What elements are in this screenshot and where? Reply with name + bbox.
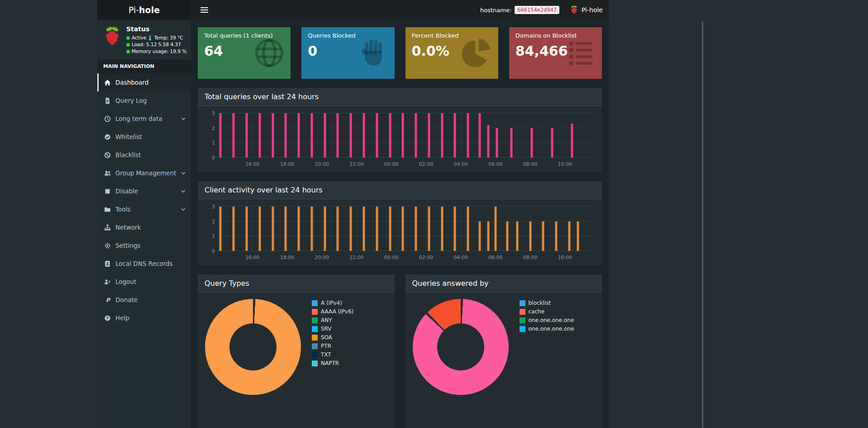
- legend-label: blocklist: [529, 300, 551, 306]
- legend-swatch: [312, 309, 318, 315]
- main-content: Total queries (1 clients)64Queries Block…: [191, 20, 609, 428]
- queries-over-time-chart[interactable]: 012316:0018:0020:0022:0000:0002:0004:000…: [204, 110, 596, 168]
- total-queries-panel: Total queries over last 24 hours 012316:…: [198, 88, 602, 172]
- browser-window: Pi-hole hostname: 666154e2d947 Pi-hole S…: [97, 0, 609, 428]
- queries-answered-by-chart[interactable]: blocklistcacheone.one.one.oneone.one.one…: [405, 293, 602, 428]
- sitemap-icon: [104, 224, 111, 231]
- chart-bar: [233, 207, 235, 251]
- card-percent-blocked[interactable]: Percent Blocked0.0%: [405, 27, 498, 79]
- sidebar-item-settings[interactable]: Settings: [97, 236, 191, 255]
- sidebar-item-dashboard[interactable]: Dashboard: [97, 73, 191, 91]
- chart-bar: [272, 113, 274, 158]
- x-axis-label: 08:00: [523, 255, 538, 260]
- desktop-background: Pi-hole hostname: 666154e2d947 Pi-hole S…: [0, 0, 868, 428]
- query-types-chart[interactable]: A (IPv4)AAAA (IPv6)ANYSRVSOAPTRTXTNAPTR: [198, 293, 395, 428]
- brand-logo[interactable]: Pi-hole: [97, 0, 191, 20]
- status-panel: Status Active Temp: 39 °C Load: 5.12 5.5…: [97, 20, 191, 59]
- gridline-vertical: [253, 207, 253, 251]
- sidebar-item-donate[interactable]: PDonate: [97, 291, 191, 309]
- summary-cards-row: Total queries (1 clients)64Queries Block…: [198, 27, 602, 79]
- sidebar-item-whitelist[interactable]: Whitelist: [97, 128, 191, 146]
- chart-bar: [310, 113, 313, 158]
- sidebar-item-label: Whitelist: [115, 133, 142, 140]
- bar-plot: 012316:0018:0020:0022:0000:0002:0004:000…: [218, 207, 591, 251]
- chart-bar: [324, 113, 326, 158]
- gridline-vertical: [426, 113, 426, 158]
- legend-swatch: [312, 352, 318, 358]
- legend-label: SRV: [321, 326, 332, 332]
- card-title: Queries Blocked: [308, 32, 388, 39]
- x-axis-label: 22:00: [349, 161, 364, 167]
- x-axis-label: 20:00: [315, 161, 329, 167]
- sidebar-toggle-icon[interactable]: [197, 3, 212, 17]
- chart-bar: [362, 113, 365, 158]
- status-active-dot: [126, 36, 130, 40]
- chart-bar: [402, 113, 404, 158]
- sidebar-item-group-management[interactable]: Group Management: [97, 164, 191, 182]
- chart-bar: [496, 128, 498, 158]
- hostname-value: 666154e2d947: [515, 6, 559, 14]
- card-title: Percent Blocked: [412, 32, 492, 39]
- y-axis-label: 1: [204, 233, 215, 239]
- status-memory-dot: [126, 50, 130, 53]
- sidebar-item-disable[interactable]: Disable: [97, 182, 191, 200]
- panel-title: Queries answered by: [405, 274, 602, 293]
- chart-bar: [551, 128, 553, 158]
- sidebar-item-label: Local DNS Records: [115, 260, 172, 267]
- clock-icon: [104, 115, 111, 122]
- vertical-scrollbar[interactable]: [702, 21, 703, 428]
- client-activity-chart[interactable]: 012316:0018:0020:0022:0000:0002:0004:000…: [204, 203, 596, 262]
- chevron-down-icon: [181, 190, 186, 193]
- legend-swatch: [520, 326, 525, 332]
- thermometer-icon: [148, 35, 152, 41]
- card-queries-blocked[interactable]: Queries Blocked0: [301, 27, 394, 79]
- sidebar-item-long-term-data[interactable]: Long term data: [97, 110, 191, 128]
- chart-bar: [571, 124, 573, 158]
- gridline-vertical: [391, 207, 392, 251]
- legend-swatch: [520, 309, 525, 315]
- chart-bar: [350, 207, 352, 251]
- legend-label: one.one.one.one: [529, 326, 574, 332]
- chart-legend: blocklistcacheone.one.one.oneone.one.one…: [520, 300, 574, 334]
- chart-bar: [428, 113, 430, 158]
- legend-label: A (IPv4): [321, 300, 342, 306]
- sidebar: Status Active Temp: 39 °C Load: 5.12 5.5…: [97, 20, 191, 428]
- x-axis-label: 00:00: [384, 161, 399, 167]
- legend-item: one.one.one.one: [520, 317, 574, 323]
- chart-bar: [577, 221, 579, 251]
- sidebar-item-tools[interactable]: Tools: [97, 200, 191, 218]
- card-total-queries-1-clients[interactable]: Total queries (1 clients)64: [198, 27, 291, 79]
- x-axis-label: 16:00: [245, 255, 260, 260]
- chart-bar: [402, 207, 404, 251]
- chart-bar: [454, 207, 456, 251]
- x-axis-label: 16:00: [245, 161, 260, 167]
- stop-square-icon: [104, 188, 111, 195]
- sidebar-item-network[interactable]: Network: [97, 218, 191, 236]
- card-domains-on-blocklist[interactable]: Domains on Blocklist84,466: [509, 27, 602, 79]
- sidebar-item-help[interactable]: ?Help: [97, 309, 191, 327]
- sidebar-item-logout[interactable]: Logout: [97, 273, 191, 291]
- sidebar-item-blacklist[interactable]: Blacklist: [97, 146, 191, 164]
- client-activity-panel: Client activity over last 24 hours 01231…: [198, 181, 602, 265]
- x-axis-label: 04:00: [453, 161, 468, 167]
- legend-swatch: [312, 300, 318, 306]
- chart-bar: [298, 113, 300, 158]
- legend-swatch: [312, 361, 318, 366]
- gridline-vertical: [391, 113, 392, 158]
- y-axis-label: 1: [204, 140, 215, 146]
- chart-bar: [350, 113, 352, 158]
- legend-item: NAPTR: [312, 360, 354, 366]
- x-axis-label: 04:00: [453, 255, 468, 260]
- svg-text:P: P: [106, 297, 111, 303]
- hostname-label: hostname:: [480, 7, 511, 14]
- gridline-vertical: [461, 207, 461, 251]
- sidebar-item-query-log[interactable]: Query Log: [97, 91, 191, 110]
- query-types-panel: Query Types A (IPv4)AAAA (IPv6)ANYSRVSOA…: [198, 274, 395, 428]
- panel-title: Query Types: [198, 274, 395, 293]
- y-axis-label: 0: [204, 248, 215, 254]
- gridline-vertical: [287, 113, 287, 158]
- x-axis-label: 10:00: [558, 255, 572, 260]
- sidebar-item-local-dns-records[interactable]: Local DNS Records: [97, 255, 191, 273]
- paypal-icon: P: [104, 297, 111, 303]
- x-axis-label: 18:00: [280, 255, 295, 260]
